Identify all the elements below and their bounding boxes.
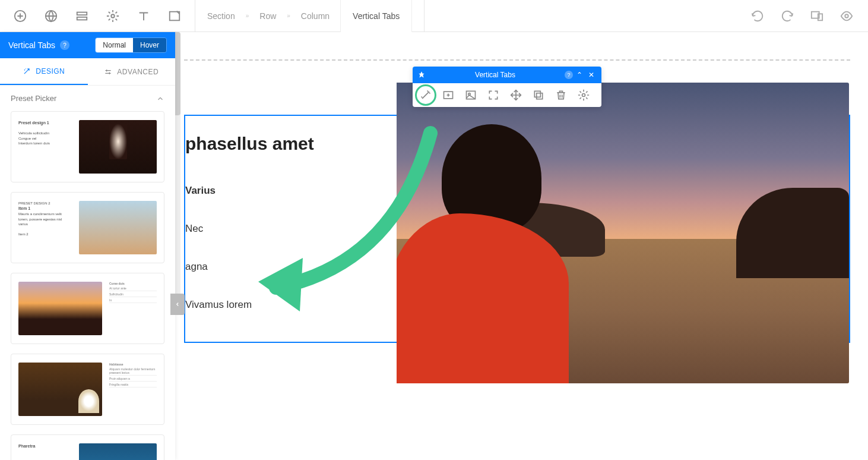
vertical-tabs-element[interactable]: phasellus amet Varius Nec agna Vivamus l… [184, 115, 850, 343]
help-icon[interactable]: ? [60, 40, 69, 50]
preset-thumbnail [79, 120, 157, 174]
hero-image [397, 83, 849, 383]
section-preset-picker[interactable]: Preset Picker [0, 86, 175, 111]
tabs-text-column: phasellus amet Varius Nec agna Vivamus l… [185, 116, 314, 342]
preset-text: Habitasse Aliquam molestior dolor fermen… [109, 363, 157, 416]
collapse-panel-button[interactable] [170, 294, 185, 315]
tab-item[interactable]: Varius [185, 172, 314, 210]
svg-point-4 [111, 14, 115, 18]
preset-thumbnail [18, 282, 102, 335]
image-icon[interactable] [464, 88, 478, 102]
panel-tabs: DESIGN ADVANCED [0, 58, 175, 86]
svg-point-14 [582, 94, 585, 97]
chevron-up-icon [156, 94, 164, 103]
breadcrumb-sep-icon: » [246, 12, 249, 19]
move-icon[interactable] [509, 88, 523, 102]
preset-thumbnail [79, 443, 157, 460]
section-title: Preset Picker [11, 94, 56, 103]
breadcrumb-current[interactable]: Vertical Tabs [340, 0, 412, 32]
state-hover-button[interactable]: Hover [133, 38, 166, 52]
tab-list: Varius Nec agna Vivamus lorem [185, 172, 314, 324]
preset-item-5[interactable]: Pharetra [11, 434, 164, 460]
magic-wand-icon[interactable] [419, 88, 433, 102]
top-left-icon-group [0, 0, 195, 32]
breadcrumb-column[interactable]: Column [301, 11, 330, 21]
devices-icon[interactable] [807, 7, 826, 26]
sliders-icon [104, 68, 112, 76]
globe-icon[interactable] [36, 0, 66, 32]
preset-text: Preset design 1 Vehicula sollicitudin Co… [18, 120, 72, 174]
tab-design-label: DESIGN [36, 67, 65, 75]
duplicate-icon[interactable] [531, 88, 546, 102]
undo-icon[interactable] [748, 7, 767, 26]
image-person [397, 119, 569, 383]
top-toolbar: Section » Row » Column Vertical Tabs [0, 0, 868, 32]
preset-text: PRESET DESIGN 2 Item 1 Mauris a condimen… [18, 201, 72, 254]
magic-wand-icon [23, 67, 31, 75]
top-right-icon-group [748, 7, 868, 26]
preset-text: Pharetra [18, 443, 72, 460]
tab-advanced-label: ADVANCED [117, 68, 159, 76]
breadcrumb-row[interactable]: Row [259, 11, 276, 21]
state-normal-button[interactable]: Normal [96, 38, 133, 52]
panel-header: Vertical Tabs ? Normal Hover [0, 32, 175, 58]
tab-item[interactable]: Vivamus lorem [185, 286, 314, 324]
tab-item[interactable]: agna [185, 248, 314, 286]
breadcrumb-sep-icon: » [287, 12, 290, 19]
preset-thumbnail [18, 363, 102, 416]
add-section-icon[interactable] [441, 88, 455, 102]
tab-design[interactable]: DESIGN [0, 58, 88, 85]
breadcrumb: Section » Row » Column Vertical Tabs [195, 0, 425, 32]
collapse-icon[interactable]: ⌃ [576, 71, 585, 79]
svg-rect-3 [77, 17, 87, 20]
element-toolbar-title: Vertical Tabs [429, 71, 561, 79]
panel-body[interactable]: Preset Picker Preset design 1 Vehicula s… [0, 86, 175, 460]
state-toggle: Normal Hover [95, 37, 167, 53]
svg-rect-12 [537, 93, 543, 99]
tab-advanced[interactable]: ADVANCED [88, 58, 176, 85]
svg-point-8 [845, 14, 848, 18]
element-toolbar: Vertical Tabs ? ⌃ ✕ [413, 67, 601, 107]
element-toolbar-actions [413, 83, 601, 107]
left-panel: Vertical Tabs ? Normal Hover DESIGN ADVA… [0, 32, 175, 460]
add-icon[interactable] [5, 0, 36, 32]
preset-text: Curae duis At tortor ante Sollicitudin I… [109, 282, 157, 335]
breadcrumb-section[interactable]: Section [207, 11, 235, 21]
preset-item-3[interactable]: Curae duis At tortor ante Sollicitudin I… [11, 273, 164, 344]
preset-grid: Preset design 1 Vehicula sollicitudin Co… [0, 111, 175, 460]
tabs-heading: phasellus amet [185, 134, 314, 154]
tab-item[interactable]: Nec [185, 210, 314, 248]
preset-item-2[interactable]: PRESET DESIGN 2 Item 1 Mauris a condimen… [11, 192, 164, 263]
close-icon[interactable]: ✕ [588, 71, 597, 79]
redo-icon[interactable] [778, 7, 797, 26]
svg-rect-13 [534, 91, 540, 97]
fullscreen-icon[interactable] [486, 88, 500, 102]
canvas: Vertical Tabs ? ⌃ ✕ phasellus amet Variu… [184, 32, 868, 460]
section-boundary [184, 59, 850, 61]
panel-title: Vertical Tabs [8, 40, 55, 50]
text-icon[interactable] [128, 0, 159, 32]
settings-icon[interactable] [576, 88, 591, 102]
embed-icon[interactable] [159, 0, 190, 32]
element-toolbar-header[interactable]: Vertical Tabs ? ⌃ ✕ [413, 67, 601, 83]
pin-icon[interactable] [417, 71, 426, 79]
preset-item-4[interactable]: Habitasse Aliquam molestior dolor fermen… [11, 354, 164, 425]
layout-icon[interactable] [66, 0, 97, 32]
chevron-left-icon [175, 301, 180, 307]
preset-thumbnail [79, 201, 157, 254]
settings-icon[interactable] [97, 0, 128, 32]
preview-icon[interactable] [837, 7, 856, 26]
preset-item-1[interactable]: Preset design 1 Vehicula sollicitudin Co… [11, 111, 164, 182]
delete-icon[interactable] [554, 88, 568, 102]
help-icon[interactable]: ? [565, 71, 573, 79]
svg-rect-2 [77, 12, 87, 15]
